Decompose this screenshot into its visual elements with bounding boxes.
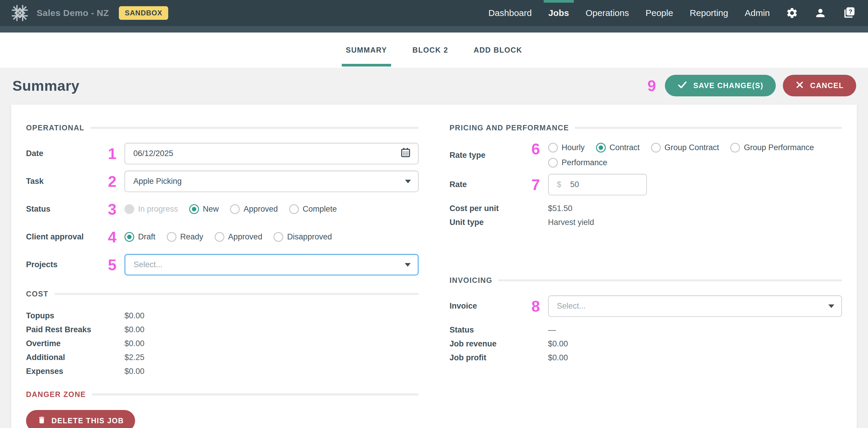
client-approval-option-approved[interactable]: Approved [215,232,262,242]
page-header: Summary 9 SAVE CHANGE(S) CANCEL [0,68,868,104]
app-logo-icon[interactable] [11,4,28,22]
section-title: OPERATIONAL [26,124,85,132]
status-option-in-progress[interactable]: In progress [124,204,178,214]
rate-type-option-hourly[interactable]: Hourly [548,143,585,153]
client-approval-option-draft[interactable]: Draft [124,232,156,242]
invoice-row: Invoice 8 Select... [450,295,842,317]
client-approval-radio-group: Draft Ready Approved Disapproved [124,232,332,242]
invoice-label: Invoice [450,302,532,311]
tab-summary[interactable]: SUMMARY [346,32,387,68]
date-input[interactable]: 06/12/2025 [124,143,418,164]
client-approval-label: Client approval [26,232,108,242]
nav-jobs[interactable]: Jobs [549,0,569,26]
nav-dashboard[interactable]: Dashboard [488,0,532,26]
job-revenue-row: Job revenue $0.00 [450,337,842,351]
status-row: Status 3 In progress New Approved [26,198,418,220]
cost-row-expenses: Expenses $0.00 [26,364,418,378]
section-title: INVOICING [450,276,493,285]
rate-type-row: Rate type 6 Hourly Contract [450,143,842,167]
currency-prefix: $ [557,180,561,189]
section-divider [575,127,842,129]
org-name: Sales Demo - NZ [37,8,109,18]
rate-input[interactable]: $ 50 [548,174,647,195]
radio-circle-icon [651,143,661,153]
invoice-select[interactable]: Select... [548,295,842,317]
annotation-5: 5 [108,257,124,273]
top-bar: Sales Demo - NZ SANDBOX Dashboard Jobs O… [0,0,868,26]
page-actions: 9 SAVE CHANGE(S) CANCEL [647,75,856,96]
rate-value: 50 [570,180,579,189]
invoice-placeholder: Select... [557,302,586,311]
task-row: Task 2 Apple Picking [26,171,418,192]
annotation-8: 8 [532,299,548,314]
sandbox-badge: SANDBOX [119,6,168,20]
job-profit-row: Job profit $0.00 [450,351,842,365]
primary-nav: Dashboard Jobs Operations People Reporti… [472,0,770,26]
radio-circle-icon [596,143,606,153]
cancel-button[interactable]: CANCEL [783,75,856,96]
check-icon [677,80,687,92]
nav-people[interactable]: People [645,0,673,26]
section-divider [90,127,418,129]
radio-circle-icon [548,158,558,167]
invoice-status-row: Status — [450,323,842,337]
close-icon [795,81,804,91]
help-icon[interactable]: ? [843,6,856,20]
projects-label: Projects [26,260,108,269]
client-approval-option-ready[interactable]: Ready [167,232,204,242]
date-row: Date 1 06/12/2025 [26,143,418,164]
rate-row: Rate 7 $ 50 [450,174,842,195]
trash-icon [37,416,46,426]
annotation-4: 4 [108,230,124,245]
status-option-complete[interactable]: Complete [289,204,337,214]
section-pricing: PRICING AND PERFORMANCE [450,124,842,132]
client-approval-option-disapproved[interactable]: Disapproved [274,232,332,242]
annotation-7: 7 [532,177,548,192]
date-value: 06/12/2025 [133,149,173,158]
status-label: Status [26,205,108,214]
nav-operations[interactable]: Operations [586,0,629,26]
radio-circle-icon [167,232,177,242]
section-danger-zone: DANGER ZONE [26,390,418,399]
tab-add-block[interactable]: ADD BLOCK [474,32,522,68]
nav-reporting[interactable]: Reporting [690,0,728,26]
cost-row-overtime: Overtime $0.00 [26,337,418,350]
projects-select[interactable]: Select... [124,254,418,275]
cost-per-unit-row: Cost per unit $51.50 [450,202,842,215]
rate-type-option-performance[interactable]: Performance [548,158,608,167]
section-cost: COST [26,290,418,298]
delete-job-button[interactable]: DELETE THIS JOB [26,410,135,428]
annotation-6: 6 [532,141,548,157]
radio-circle-icon [230,204,240,214]
section-divider [498,279,842,281]
chevron-down-icon [828,304,834,308]
section-title: COST [26,290,49,298]
task-value: Apple Picking [133,177,182,186]
svg-text:?: ? [848,8,852,15]
save-button[interactable]: SAVE CHANGE(S) [665,75,776,96]
task-select[interactable]: Apple Picking [124,171,418,192]
delete-job-button-label: DELETE THIS JOB [52,417,124,425]
calendar-icon[interactable] [400,147,411,160]
cancel-button-label: CANCEL [810,81,844,90]
cost-row-paid-rest-breaks: Paid Rest Breaks $0.00 [26,323,418,337]
status-option-approved[interactable]: Approved [230,204,278,214]
rate-type-option-group-contract[interactable]: Group Contract [651,143,719,153]
task-label: Task [26,177,108,186]
settings-icon[interactable] [786,7,798,19]
status-option-new[interactable]: New [189,204,219,214]
rate-type-option-group-performance[interactable]: Group Performance [730,143,814,153]
rate-type-label: Rate type [450,151,532,160]
nav-admin[interactable]: Admin [745,0,770,26]
unit-type-row: Unit type Harvest yield [450,215,842,230]
account-icon[interactable] [814,7,827,19]
radio-circle-icon [124,232,134,242]
tab-block-2[interactable]: BLOCK 2 [412,32,448,68]
annotation-1: 1 [108,146,124,161]
annotation-3: 3 [108,202,124,217]
section-title: PRICING AND PERFORMANCE [450,124,569,132]
section-operational: OPERATIONAL [26,124,418,132]
rate-type-option-contract[interactable]: Contract [596,143,640,153]
radio-circle-icon [189,204,199,214]
section-title: DANGER ZONE [26,390,86,399]
